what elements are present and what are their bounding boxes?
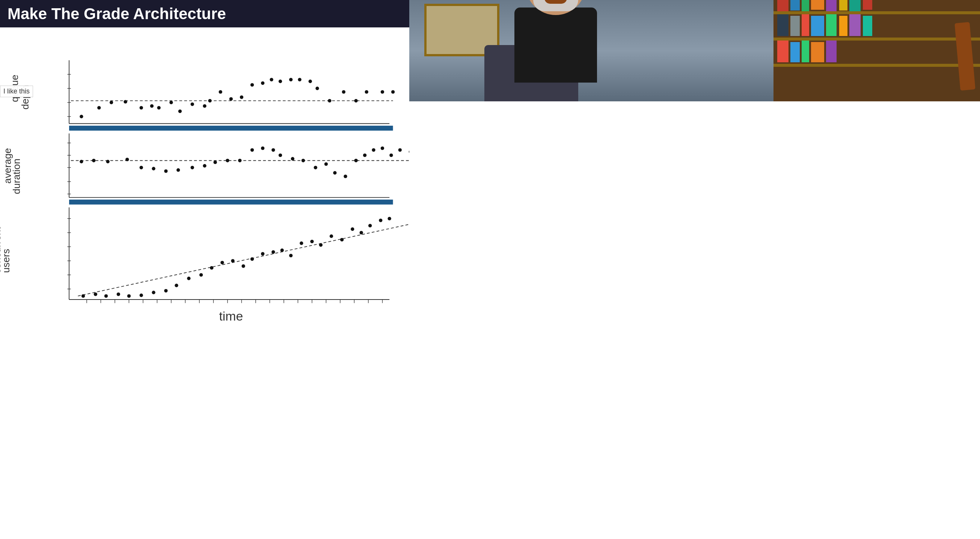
svg-point-65: [278, 154, 282, 157]
svg-point-54: [152, 167, 155, 170]
svg-text:time: time: [219, 309, 243, 323]
svg-point-57: [191, 166, 194, 169]
page-title: Make The Grade Architecture: [8, 5, 226, 23]
svg-point-115: [272, 250, 275, 254]
svg-point-56: [177, 168, 180, 172]
svg-point-55: [164, 169, 167, 173]
svg-point-64: [272, 148, 275, 152]
svg-point-120: [319, 243, 323, 246]
svg-point-114: [261, 252, 264, 255]
svg-point-124: [360, 231, 363, 234]
svg-point-34: [354, 99, 358, 102]
svg-point-105: [164, 289, 167, 293]
svg-point-73: [363, 154, 366, 157]
svg-point-29: [298, 78, 301, 81]
svg-point-10: [97, 106, 101, 109]
tooltip: I like this: [0, 86, 33, 97]
svg-point-112: [242, 264, 245, 268]
svg-point-111: [231, 259, 234, 262]
header-bar: Make The Grade Architecture: [0, 0, 409, 27]
svg-point-106: [175, 284, 178, 287]
svg-point-26: [270, 78, 273, 81]
svg-point-107: [187, 277, 190, 280]
svg-point-67: [302, 159, 305, 162]
svg-point-113: [250, 258, 254, 261]
presenter: [514, 0, 597, 83]
svg-point-27: [278, 79, 282, 83]
svg-point-109: [210, 266, 213, 269]
svg-text:users: users: [0, 249, 12, 273]
svg-point-9: [80, 115, 83, 118]
svg-point-51: [106, 160, 110, 163]
svg-point-71: [344, 175, 347, 178]
svg-point-72: [354, 159, 358, 162]
svg-point-127: [388, 217, 391, 220]
svg-text:duration: duration: [11, 158, 22, 194]
svg-point-13: [140, 106, 143, 109]
svg-point-30: [309, 79, 312, 83]
svg-point-70: [333, 171, 336, 175]
svg-rect-38: [69, 126, 393, 130]
svg-point-60: [226, 159, 229, 162]
svg-point-108: [199, 273, 203, 277]
svg-point-78: [409, 150, 409, 154]
svg-point-76: [389, 154, 393, 157]
video-background: [409, 0, 980, 101]
svg-point-121: [330, 235, 333, 238]
svg-point-103: [140, 294, 143, 297]
svg-point-66: [291, 157, 294, 160]
svg-point-18: [191, 102, 194, 106]
svg-point-53: [140, 166, 143, 169]
svg-point-21: [219, 90, 222, 94]
svg-point-104: [152, 291, 155, 294]
svg-point-28: [289, 78, 293, 81]
svg-point-24: [250, 83, 254, 86]
svg-point-15: [157, 106, 160, 109]
svg-point-62: [250, 148, 254, 152]
svg-point-49: [80, 160, 83, 163]
svg-point-58: [203, 164, 206, 167]
svg-point-35: [365, 90, 368, 94]
svg-point-75: [381, 146, 384, 150]
svg-rect-86: [69, 200, 393, 205]
video-panel: [409, 0, 980, 101]
svg-point-11: [110, 100, 113, 104]
svg-point-110: [220, 261, 224, 264]
svg-point-61: [238, 159, 242, 162]
svg-point-17: [178, 110, 182, 113]
svg-point-119: [310, 240, 313, 243]
svg-point-52: [126, 157, 129, 161]
svg-point-19: [203, 104, 206, 108]
svg-point-100: [104, 294, 108, 298]
svg-point-118: [300, 241, 303, 245]
svg-point-77: [398, 148, 402, 152]
svg-point-74: [372, 148, 375, 152]
svg-point-59: [213, 161, 216, 164]
svg-point-101: [117, 293, 120, 296]
svg-point-102: [127, 294, 130, 298]
svg-point-25: [261, 81, 264, 85]
svg-point-16: [169, 100, 173, 104]
svg-line-97: [78, 208, 410, 296]
chart-svg: queue depth: [0, 46, 409, 384]
svg-point-33: [342, 90, 345, 94]
svg-point-63: [261, 146, 264, 150]
svg-point-22: [229, 97, 233, 100]
svg-point-116: [280, 248, 284, 252]
svg-point-68: [314, 166, 317, 169]
svg-point-125: [368, 224, 372, 227]
svg-point-14: [150, 104, 154, 108]
svg-point-32: [328, 99, 331, 102]
svg-point-126: [379, 218, 382, 222]
svg-point-12: [124, 100, 127, 103]
svg-point-117: [289, 254, 293, 257]
svg-point-31: [315, 87, 319, 90]
svg-point-36: [381, 90, 384, 94]
svg-point-123: [351, 227, 354, 231]
svg-point-50: [92, 159, 95, 162]
svg-point-20: [208, 99, 212, 102]
svg-point-23: [240, 95, 243, 99]
svg-point-98: [81, 294, 85, 298]
svg-point-69: [325, 162, 328, 165]
chart-area: I like this queue depth: [0, 27, 409, 539]
